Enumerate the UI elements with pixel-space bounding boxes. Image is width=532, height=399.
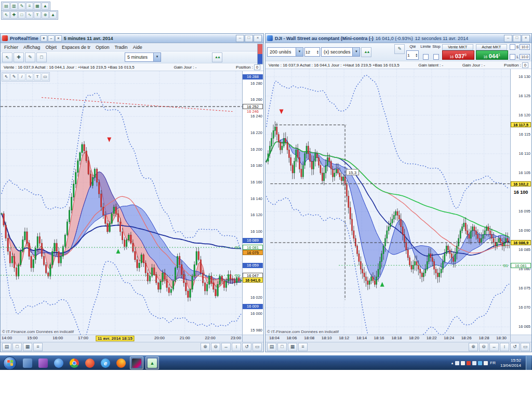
mini-tool-icon[interactable]: ⇖: [3, 11, 10, 19]
right-titlebar[interactable]: DJI - Wall Street au comptant (Mini-cont…: [265, 34, 531, 43]
tool-icon[interactable]: ✎: [25, 52, 35, 62]
mini-tool-icon[interactable]: ≡: [26, 3, 33, 10]
status-icon[interactable]: ↺: [242, 343, 251, 351]
maximize-button[interactable]: □: [245, 35, 253, 42]
sell-market-button[interactable]: 16 0379: [442, 50, 474, 60]
start-button[interactable]: [3, 356, 17, 370]
status-icon[interactable]: ↕: [232, 343, 241, 351]
achat-mkt-header[interactable]: Achat MKT: [476, 44, 507, 50]
right-price-chart[interactable]: 15,3S1 © IT-Finance.com Données en indic…: [265, 69, 510, 335]
tray-icon[interactable]: [472, 361, 476, 365]
internet-explorer-icon[interactable]: e: [99, 356, 112, 369]
status-icon[interactable]: ≡: [298, 343, 308, 351]
interval-input[interactable]: [305, 49, 316, 55]
utility-app-icon[interactable]: [21, 356, 34, 369]
screenshot-window-icon[interactable]: [130, 356, 143, 369]
status-icon[interactable]: ⊕: [469, 343, 478, 351]
mini-tool-icon[interactable]: ▦: [34, 3, 41, 10]
chevron-down-icon[interactable]: ▼: [296, 48, 303, 56]
firefox-icon[interactable]: [114, 356, 128, 369]
status-icon[interactable]: ↺: [510, 343, 520, 351]
left-time-axis[interactable]: 14:0015:0016:0017:0020:0021:0022:0023:00…: [1, 335, 242, 342]
chrome-icon[interactable]: [68, 356, 81, 369]
l-checkbox[interactable]: [510, 54, 515, 60]
drawing-tool-icon[interactable]: /: [18, 73, 25, 81]
menu-item-fichier[interactable]: Fichier: [2, 44, 21, 50]
tray-icon[interactable]: [461, 361, 465, 365]
right-price-axis[interactable]: 16 13016 12516 12016 11516 11016 10516 0…: [510, 69, 531, 335]
opera-icon[interactable]: [83, 356, 97, 369]
media-app-icon[interactable]: [36, 356, 50, 369]
maximize-button[interactable]: □: [513, 35, 521, 42]
mini-tool-icon[interactable]: ∿: [26, 11, 33, 19]
drawing-tool-icon[interactable]: ✎: [10, 73, 18, 81]
right-window-controls[interactable]: –□×: [504, 35, 530, 42]
status-icon[interactable]: ▦: [288, 343, 297, 351]
status-icon[interactable]: ▭: [521, 343, 530, 351]
stop-checkbox[interactable]: [433, 54, 439, 60]
chevron-down-icon[interactable]: ▼: [153, 53, 161, 61]
interval-unit-select[interactable]: (x) secondes ▼: [321, 47, 361, 57]
tray-icon[interactable]: [455, 361, 459, 365]
tool-icon[interactable]: ✚: [14, 52, 24, 62]
inner-control-button[interactable]: –: [48, 35, 55, 42]
status-icon[interactable]: ▤: [2, 343, 11, 351]
inner-window-controls[interactable]: ▾–×: [41, 35, 62, 42]
mini-tool-icon[interactable]: ▲: [42, 3, 49, 10]
tray-icon[interactable]: [478, 361, 482, 365]
close-button[interactable]: ×: [254, 35, 262, 42]
interval-stepper[interactable]: ▲▼: [304, 47, 320, 57]
show-desktop-button[interactable]: [526, 356, 531, 370]
prorealtime-window-icon[interactable]: ▲: [145, 356, 159, 369]
mini-tool-icon[interactable]: ▥: [10, 3, 18, 10]
mini-tool-icon[interactable]: ✚: [10, 11, 18, 19]
left-titlebar[interactable]: ProRealTime ▾–× 5 minutes 11 avr. 2014 –…: [1, 34, 263, 43]
tool-icon[interactable]: ⇖: [2, 52, 12, 62]
minimize-button[interactable]: –: [236, 35, 244, 42]
tool-icon[interactable]: □: [36, 52, 47, 62]
inner-control-button[interactable]: ×: [55, 35, 62, 42]
tray-expand-icon[interactable]: ▴: [451, 361, 454, 365]
drawing-tool-icon[interactable]: ⇖: [3, 73, 10, 81]
status-icon[interactable]: ↔: [489, 343, 499, 351]
chart-style-icon[interactable]: ▲▲: [212, 52, 222, 62]
status-icon[interactable]: □: [12, 343, 22, 351]
browser-app-icon[interactable]: [52, 356, 65, 369]
left-window-controls[interactable]: –□×: [236, 35, 262, 42]
status-icon[interactable]: ⊖: [211, 343, 220, 351]
mini-tool-icon[interactable]: ▲: [49, 11, 57, 19]
vente-mkt-header[interactable]: Vente MKT: [442, 44, 473, 50]
language-indicator[interactable]: FR: [490, 361, 496, 365]
minimize-button[interactable]: –: [504, 35, 512, 42]
mini-tool-icon[interactable]: ✎: [18, 3, 25, 10]
mini-tool-icon[interactable]: T: [34, 11, 41, 19]
order-pencil-icon[interactable]: ✎: [394, 44, 405, 54]
mini-tool-icon[interactable]: ⊕: [42, 11, 49, 19]
right-time-axis[interactable]: 18:0418:0618:0818:1018:1218:1418:1618:18…: [265, 335, 510, 342]
status-icon[interactable]: ↕: [500, 343, 509, 351]
buy-market-button[interactable]: 16 0441: [476, 50, 508, 60]
close-button[interactable]: ×: [522, 35, 530, 42]
qty-input[interactable]: [407, 52, 415, 58]
menu-item-aide[interactable]: Aide: [130, 44, 145, 50]
limite-checkbox[interactable]: [423, 54, 429, 60]
mini-tool-icon[interactable]: ▤: [3, 3, 10, 10]
chevron-down-icon[interactable]: ▼: [352, 48, 360, 56]
drawing-tool-icon[interactable]: T: [34, 73, 41, 81]
status-icon[interactable]: ⊖: [479, 343, 488, 351]
units-select[interactable]: 200 unités ▼: [267, 47, 303, 57]
left-price-chart[interactable]: S1S1 ⇖✎/∿T▭ © IT-Finance.com Données en …: [1, 71, 242, 335]
status-icon[interactable]: ▭: [252, 343, 262, 351]
mini-tool-icon[interactable]: □: [18, 11, 25, 19]
tray-icon[interactable]: [467, 361, 471, 365]
inner-control-button[interactable]: ▾: [41, 35, 47, 42]
status-icon[interactable]: ↔: [221, 343, 231, 351]
menu-item-affichag[interactable]: Affichag: [21, 44, 43, 50]
chart-style-icon[interactable]: ▲▲: [361, 47, 371, 57]
menu-item-espaces-de-tr[interactable]: Espaces de tr: [59, 44, 93, 50]
menu-item-option[interactable]: Option: [93, 44, 112, 50]
s-value[interactable]: 10.0: [520, 44, 530, 50]
status-icon[interactable]: □: [277, 343, 287, 351]
scale-slider[interactable]: [257, 44, 263, 64]
status-icon[interactable]: ≡: [33, 343, 43, 351]
